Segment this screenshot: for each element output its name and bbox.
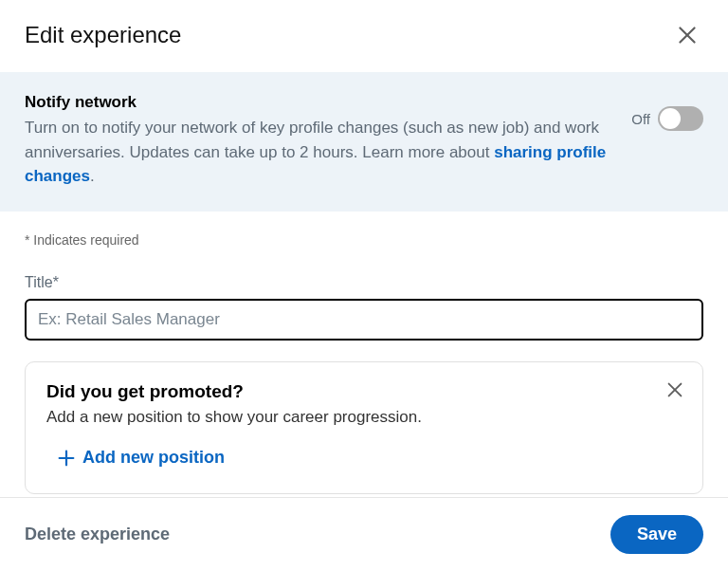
delete-experience-button[interactable]: Delete experience	[25, 525, 170, 544]
title-field-label: Title*	[25, 274, 703, 291]
save-button[interactable]: Save	[610, 515, 703, 554]
modal-header: Edit experience	[0, 0, 728, 72]
modal-footer: Delete experience Save	[0, 497, 728, 571]
plus-icon	[56, 448, 77, 469]
close-icon	[664, 379, 685, 400]
edit-experience-modal: Edit experience Notify network Turn on t…	[0, 0, 728, 571]
notify-description: Turn on to notify your network of key pr…	[25, 116, 612, 189]
notify-desc-suffix: .	[90, 167, 95, 185]
modal-body: * Indicates required Title* Did you get …	[0, 212, 728, 498]
close-icon	[675, 23, 700, 47]
notify-text-block: Notify network Turn on to notify your ne…	[25, 93, 612, 189]
required-indicator-note: * Indicates required	[25, 232, 703, 248]
promotion-description: Add a new position to show your career p…	[46, 408, 682, 427]
promotion-card: Did you get promoted? Add a new position…	[25, 361, 703, 494]
add-new-position-button[interactable]: Add new position	[46, 448, 225, 469]
close-button[interactable]	[671, 19, 703, 51]
notify-network-panel: Notify network Turn on to notify your ne…	[0, 72, 728, 212]
promotion-dismiss-button[interactable]	[661, 376, 689, 404]
toggle-state-label: Off	[631, 111, 650, 127]
add-new-position-label: Add new position	[82, 448, 225, 468]
title-input[interactable]	[25, 299, 703, 341]
modal-title: Edit experience	[25, 22, 181, 48]
notify-toggle[interactable]	[658, 106, 703, 131]
promotion-title: Did you get promoted?	[46, 381, 682, 402]
notify-toggle-wrap: Off	[631, 106, 703, 131]
notify-title: Notify network	[25, 93, 612, 112]
toggle-knob	[660, 108, 681, 129]
